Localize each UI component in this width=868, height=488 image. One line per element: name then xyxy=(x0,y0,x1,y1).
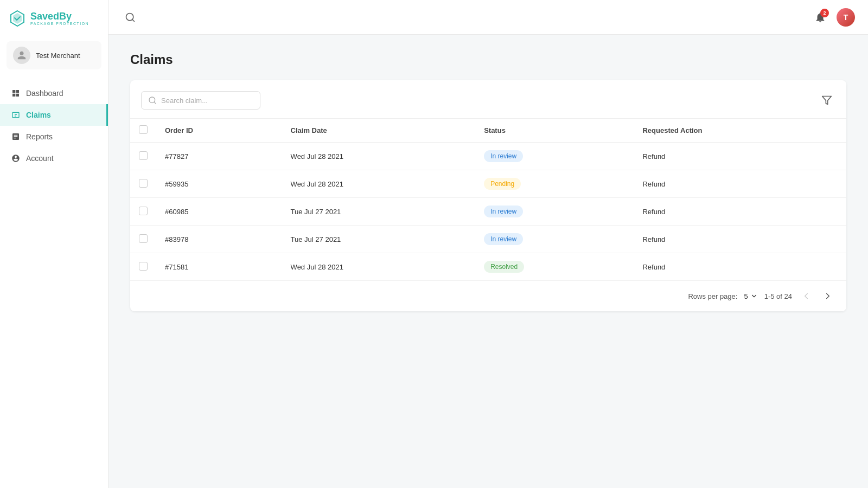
merchant-area: Test Merchant xyxy=(7,41,101,69)
sidebar-item-reports[interactable]: Reports xyxy=(0,126,108,147)
row-action: Refund xyxy=(634,226,846,253)
row-checkbox-cell xyxy=(130,170,156,198)
merchant-name: Test Merchant xyxy=(36,52,80,60)
search-input-wrap[interactable] xyxy=(141,91,260,110)
search-icon xyxy=(148,96,157,105)
col-status: Status xyxy=(475,119,634,143)
table-row: #59935 Wed Jul 28 2021 Pending Refund xyxy=(130,170,846,198)
logo-icon xyxy=(9,10,26,27)
row-claim-date: Tue Jul 27 2021 xyxy=(282,226,476,253)
table-row: #77827 Wed Jul 28 2021 In review Refund xyxy=(130,143,846,170)
row-checkbox-cell xyxy=(130,198,156,226)
svg-marker-1 xyxy=(13,13,22,24)
select-all-checkbox[interactable] xyxy=(139,125,148,134)
logo-tagline: PACKAGE PROTECTION xyxy=(30,22,89,25)
col-requested-action: Requested Action xyxy=(634,119,846,143)
rows-per-page-select[interactable]: 5 xyxy=(744,292,757,300)
table-row: #60985 Tue Jul 27 2021 In review Refund xyxy=(130,198,846,226)
pagination-row: Rows per page: 5 1-5 of 24 xyxy=(130,280,846,311)
row-checkbox-cell xyxy=(130,143,156,170)
claims-table-card: Order ID Claim Date Status Requested Act… xyxy=(130,80,846,311)
sidebar-item-label-account: Account xyxy=(26,154,54,163)
row-checkbox-3[interactable] xyxy=(139,234,148,243)
row-order-id: #60985 xyxy=(156,198,282,226)
sidebar: SavedBy PACKAGE PROTECTION Test Merchant… xyxy=(0,0,108,488)
table-row: #71581 Wed Jul 28 2021 Resolved Refund xyxy=(130,253,846,281)
row-checkbox-2[interactable] xyxy=(139,207,148,215)
row-checkbox-0[interactable] xyxy=(139,151,148,160)
prev-page-button[interactable] xyxy=(799,288,814,304)
row-claim-date: Tue Jul 27 2021 xyxy=(282,198,476,226)
row-order-id: #59935 xyxy=(156,170,282,198)
logo-text: SavedBy PACKAGE PROTECTION xyxy=(30,11,89,26)
status-badge: In review xyxy=(484,150,523,162)
topbar-search-button[interactable] xyxy=(122,9,139,26)
logo-brand: SavedBy xyxy=(30,11,89,22)
row-status: Pending xyxy=(475,170,634,198)
row-claim-date: Wed Jul 28 2021 xyxy=(282,143,476,170)
row-action: Refund xyxy=(634,198,846,226)
page-title: Claims xyxy=(130,52,846,67)
row-claim-date: Wed Jul 28 2021 xyxy=(282,170,476,198)
row-action: Refund xyxy=(634,253,846,281)
col-order-id: Order ID xyxy=(156,119,282,143)
main: 2 T Claims xyxy=(108,0,868,488)
sidebar-item-label-reports: Reports xyxy=(26,132,53,141)
chevron-down-icon xyxy=(750,292,758,300)
next-page-button[interactable] xyxy=(820,288,835,304)
row-action: Refund xyxy=(634,143,846,170)
search-input[interactable] xyxy=(161,97,253,105)
col-checkbox xyxy=(130,119,156,143)
sidebar-nav: Dashboard Claims Reports Account xyxy=(0,74,108,169)
user-avatar[interactable]: T xyxy=(837,8,855,27)
sidebar-item-dashboard[interactable]: Dashboard xyxy=(0,82,108,104)
logo-area: SavedBy PACKAGE PROTECTION xyxy=(0,0,108,37)
row-order-id: #71581 xyxy=(156,253,282,281)
row-checkbox-1[interactable] xyxy=(139,179,148,188)
row-status: Resolved xyxy=(475,253,634,281)
row-checkbox-cell xyxy=(130,226,156,253)
sidebar-item-account[interactable]: Account xyxy=(0,147,108,169)
row-order-id: #83978 xyxy=(156,226,282,253)
row-action: Refund xyxy=(634,170,846,198)
topbar: 2 T xyxy=(108,0,868,35)
status-badge: Resolved xyxy=(484,261,524,273)
notification-button[interactable]: 2 xyxy=(810,8,830,27)
table-row: #83978 Tue Jul 27 2021 In review Refund xyxy=(130,226,846,253)
row-status: In review xyxy=(475,143,634,170)
sidebar-item-label-claims: Claims xyxy=(26,111,51,119)
chevron-right-icon xyxy=(823,291,833,301)
notification-badge: 2 xyxy=(820,9,829,17)
row-status: In review xyxy=(475,198,634,226)
page-info: 1-5 of 24 xyxy=(764,292,792,300)
svg-line-3 xyxy=(132,19,135,21)
content-area: Claims xyxy=(108,35,868,488)
row-status: In review xyxy=(475,226,634,253)
claims-icon xyxy=(11,110,21,120)
row-order-id: #77827 xyxy=(156,143,282,170)
status-badge: In review xyxy=(484,233,523,245)
col-claim-date: Claim Date xyxy=(282,119,476,143)
claims-table: Order ID Claim Date Status Requested Act… xyxy=(130,118,846,280)
rows-per-page-label: Rows per page: xyxy=(688,292,737,300)
merchant-avatar xyxy=(13,47,30,64)
svg-marker-6 xyxy=(822,97,832,105)
dashboard-icon xyxy=(11,88,21,98)
topbar-left xyxy=(122,9,139,26)
account-icon xyxy=(11,153,21,163)
table-toolbar xyxy=(130,80,846,118)
row-checkbox-cell xyxy=(130,253,156,281)
reports-icon xyxy=(11,132,21,142)
row-checkbox-4[interactable] xyxy=(139,262,148,271)
filter-button[interactable] xyxy=(818,92,835,109)
sidebar-item-claims[interactable]: Claims xyxy=(0,104,108,126)
row-claim-date: Wed Jul 28 2021 xyxy=(282,253,476,281)
svg-line-5 xyxy=(154,102,156,104)
sidebar-item-label-dashboard: Dashboard xyxy=(26,89,63,98)
topbar-right: 2 T xyxy=(810,8,855,27)
status-badge: In review xyxy=(484,206,523,217)
chevron-left-icon xyxy=(801,291,811,301)
status-badge: Pending xyxy=(484,178,521,190)
